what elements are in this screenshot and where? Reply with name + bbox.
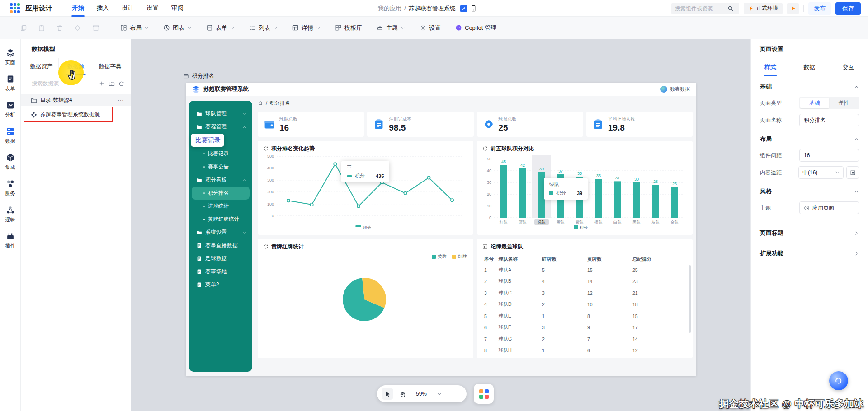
toolbar-chart-button[interactable]: 图表: [157, 21, 198, 35]
table-card[interactable]: 纪律最差球队 序号球队名称红牌数黄牌数总纪律分1球队A515252球队B4142…: [477, 239, 693, 358]
preview-run-button[interactable]: [787, 3, 799, 14]
gem-icon: [483, 118, 495, 130]
tab-data-assets[interactable]: 数据资产: [24, 58, 58, 75]
padding-detail-button[interactable]: [846, 166, 859, 179]
toolbar-gear-button[interactable]: 设置: [414, 21, 447, 35]
content-padding-select[interactable]: 中(16): [798, 166, 844, 179]
theme-select[interactable]: 应用页面: [799, 201, 859, 214]
mobile-preview-icon[interactable]: [470, 5, 477, 12]
toolbar-theme-button[interactable]: 主题: [371, 21, 411, 35]
dash-menu-item[interactable]: 赛事场地: [192, 265, 250, 278]
rail-item-data[interactable]: 数据: [5, 127, 15, 145]
add-icon[interactable]: [99, 80, 105, 87]
select-cursor-icon[interactable]: [382, 388, 393, 400]
dash-menu-item[interactable]: 黄牌红牌统计: [192, 213, 250, 226]
page-name-input[interactable]: 积分排名: [799, 114, 859, 126]
copy-icon[interactable]: [20, 24, 27, 32]
section-style[interactable]: 风格: [751, 181, 868, 199]
home-icon[interactable]: [258, 100, 263, 106]
rail-item-forms[interactable]: 表单: [5, 75, 15, 92]
publish-button[interactable]: 发布: [808, 2, 831, 15]
toolbar-detail-button[interactable]: 详情: [286, 21, 326, 35]
dash-menu-item[interactable]: 球队管理: [192, 107, 250, 120]
toolbar-copilot-button[interactable]: Copilot 管理: [449, 21, 502, 35]
section-layout[interactable]: 布局: [751, 129, 868, 147]
component-gap-input[interactable]: 16: [799, 149, 859, 162]
environment-switch[interactable]: 正式环境: [744, 3, 783, 14]
menu-item[interactable]: 设置: [140, 0, 165, 17]
dashboard-preview[interactable]: 苏超联赛管理系统 数睿数据 球队管理赛程管理比赛记录比赛记录赛事公告积分看板积分…: [186, 83, 696, 376]
dash-menu-item[interactable]: 积分排名: [192, 187, 250, 200]
table-row[interactable]: 3球队C31221: [482, 287, 687, 299]
rail-item-logic[interactable]: 逻辑: [5, 206, 15, 223]
tab-style[interactable]: 样式: [751, 58, 790, 76]
section-extensions[interactable]: 扩展功能: [751, 243, 868, 263]
dash-menu-item[interactable]: 赛程管理: [192, 120, 250, 133]
tab-interaction[interactable]: 交互: [829, 58, 868, 76]
table-row[interactable]: 8球队H1612: [482, 345, 687, 357]
zoom-caret-icon[interactable]: [437, 392, 442, 397]
tab-data[interactable]: 数据: [790, 58, 829, 76]
add-folder-icon[interactable]: [108, 80, 115, 87]
section-basic[interactable]: 基础: [751, 76, 868, 94]
zoom-value[interactable]: 59%: [416, 391, 427, 397]
refresh-icon[interactable]: [118, 81, 124, 87]
component-search[interactable]: [671, 3, 739, 14]
table-row[interactable]: 6球队F3917: [482, 322, 687, 334]
more-icon[interactable]: ⋯: [118, 97, 124, 104]
dash-menu-item[interactable]: 菜单2: [192, 278, 250, 291]
tree-folder-row[interactable]: 目录-数据源4 ⋯: [21, 94, 131, 106]
rail-item-plugin[interactable]: 插件: [5, 232, 15, 249]
app-logo-icon[interactable]: [10, 3, 20, 13]
line-chart-card[interactable]: 积分排名变化趋势 0100200300400500积分 三 积分435: [258, 141, 473, 235]
table-row[interactable]: 1球队A51525: [482, 264, 687, 276]
table-scrollbar[interactable]: [689, 265, 691, 333]
tab-data-dictionary[interactable]: 数据字典: [93, 58, 127, 75]
table-row[interactable]: 4球队D21018: [482, 299, 687, 311]
paste-icon[interactable]: [38, 24, 45, 32]
option-basic[interactable]: 基础: [800, 98, 829, 108]
menu-item[interactable]: 审阅: [165, 0, 190, 17]
tree-datasource-row[interactable]: 苏超赛事管理系统数据源: [21, 108, 131, 121]
rail-item-pages[interactable]: 页面: [5, 48, 15, 66]
option-flex[interactable]: 弹性: [829, 98, 858, 108]
edit-icon[interactable]: [460, 5, 467, 12]
section-page-title[interactable]: 页面标题: [751, 223, 868, 243]
dash-menu-item[interactable]: 比赛记录: [192, 147, 250, 160]
rail-item-service[interactable]: 服务: [5, 179, 15, 197]
toolbar-template-button[interactable]: 模板库: [329, 21, 368, 35]
clear-icon[interactable]: [92, 24, 99, 32]
pan-hand-icon[interactable]: [397, 388, 409, 400]
toolbar-layout-button[interactable]: 布局: [114, 21, 155, 35]
save-button[interactable]: 保存: [835, 2, 861, 15]
dash-menu-item[interactable]: 积分看板: [192, 173, 250, 187]
assistant-bubble[interactable]: [829, 371, 848, 390]
delete-icon[interactable]: [56, 24, 63, 32]
rail-item-analysis[interactable]: 分析: [5, 101, 15, 118]
rail-item-integration[interactable]: 集成: [5, 153, 15, 171]
toolbar-form2-button[interactable]: 表单: [200, 21, 241, 35]
dash-menu-item[interactable]: 赛事直播数据: [192, 239, 250, 252]
menu-item[interactable]: 开始: [66, 0, 90, 17]
search-icon[interactable]: [727, 5, 734, 12]
dash-menu-item[interactable]: 系统设置: [192, 226, 250, 239]
page-type-segment[interactable]: 基础 弹性: [799, 97, 859, 109]
dash-menu-item[interactable]: 进球统计: [192, 200, 250, 213]
pie-chart-card[interactable]: 黄牌红牌统计 黄牌红牌: [258, 239, 473, 358]
dash-menu-item[interactable]: 足球数据: [192, 252, 250, 265]
breadcrumb-my-apps[interactable]: 我的应用: [378, 5, 401, 13]
table-row[interactable]: 7球队G2714: [482, 333, 687, 345]
menu-item[interactable]: 设计: [115, 0, 140, 17]
svg-text:42: 42: [520, 163, 525, 168]
search-input[interactable]: [675, 5, 725, 12]
table-row[interactable]: 5球队E1815: [482, 310, 687, 322]
design-canvas[interactable]: 积分排名 苏超联赛管理系统 数睿数据 球队管理赛程管理比赛记录比赛记录赛事公告积…: [131, 39, 750, 411]
widgets-button[interactable]: [474, 384, 494, 404]
canvas-page-label[interactable]: 积分排名: [183, 72, 214, 80]
dash-menu-item[interactable]: 赛事公告: [192, 160, 250, 173]
menu-item[interactable]: 插入: [90, 0, 115, 17]
table-row[interactable]: 2球队B41423: [482, 276, 687, 288]
toolbar-list-button[interactable]: 列表: [243, 21, 283, 35]
format-icon[interactable]: [74, 24, 81, 32]
bar-chart-card[interactable]: 前五球队积分对比 0102030405045423937353331302826…: [477, 141, 693, 235]
